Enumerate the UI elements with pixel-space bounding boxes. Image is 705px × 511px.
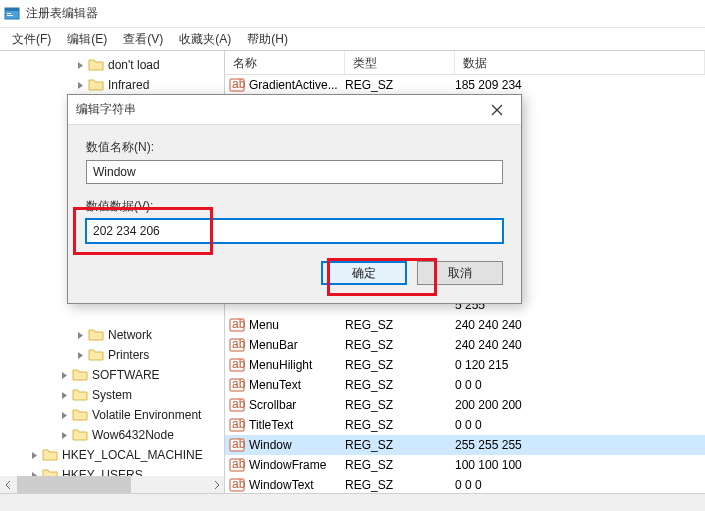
tree-label: Network: [108, 328, 152, 342]
expand-icon[interactable]: [28, 449, 40, 461]
value-data: 0 0 0: [455, 378, 482, 392]
ok-button-label: 确定: [352, 265, 376, 282]
value-name: TitleText: [249, 418, 293, 432]
cancel-button[interactable]: 取消: [417, 261, 503, 285]
expand-icon[interactable]: [58, 369, 70, 381]
expand-icon[interactable]: [58, 389, 70, 401]
scroll-track[interactable]: [17, 476, 207, 493]
tree-label: Volatile Environment: [92, 408, 201, 422]
svg-text:ab: ab: [232, 357, 245, 371]
value-data-field[interactable]: [86, 219, 503, 243]
value-name: MenuText: [249, 378, 301, 392]
tree-item[interactable]: Wow6432Node: [0, 425, 224, 445]
value-type: REG_SZ: [345, 418, 393, 432]
svg-text:ab: ab: [232, 377, 245, 391]
svg-rect-1: [5, 8, 19, 11]
cancel-button-label: 取消: [448, 265, 472, 282]
value-name-label: 数值名称(N):: [86, 139, 503, 156]
ok-button[interactable]: 确定: [321, 261, 407, 285]
svg-text:ab: ab: [232, 457, 245, 471]
value-data: 185 209 234: [455, 78, 522, 92]
menu-favorites[interactable]: 收藏夹(A): [171, 31, 239, 48]
value-name: Menu: [249, 318, 279, 332]
value-name: MenuBar: [249, 338, 298, 352]
value-name: GradientActive...: [249, 78, 338, 92]
menu-help[interactable]: 帮助(H): [239, 31, 296, 48]
menu-file[interactable]: 文件(F): [4, 31, 59, 48]
value-name: WindowText: [249, 478, 314, 492]
scroll-left-icon[interactable]: [0, 476, 17, 493]
list-row[interactable]: abWindowFrameREG_SZ100 100 100: [225, 455, 705, 475]
folder-icon: [72, 368, 88, 382]
svg-text:ab: ab: [232, 437, 245, 451]
folder-icon: [88, 328, 104, 342]
tree-item[interactable]: Network: [0, 325, 224, 345]
tree-item[interactable]: Infrared: [0, 75, 224, 95]
expand-icon[interactable]: [74, 329, 86, 341]
edit-string-dialog: 编辑字符串 数值名称(N): 数值数据(V): 确定 取消: [67, 94, 522, 304]
folder-icon: [42, 448, 58, 462]
scroll-right-icon[interactable]: [207, 476, 224, 493]
tree-hscroll[interactable]: [0, 476, 224, 493]
list-row[interactable]: abWindowTextREG_SZ0 0 0: [225, 475, 705, 493]
tree-item[interactable]: Volatile Environment: [0, 405, 224, 425]
tree-label: Printers: [108, 348, 149, 362]
value-data: 0 0 0: [455, 478, 482, 492]
folder-icon: [72, 428, 88, 442]
value-type: REG_SZ: [345, 398, 393, 412]
dialog-title: 编辑字符串: [76, 101, 136, 118]
value-name: MenuHilight: [249, 358, 312, 372]
list-row[interactable]: abTitleTextREG_SZ0 0 0: [225, 415, 705, 435]
list-row[interactable]: abWindowREG_SZ255 255 255: [225, 435, 705, 455]
tree-item[interactable]: HKEY_LOCAL_MACHINE: [0, 445, 224, 465]
tree-item[interactable]: SOFTWARE: [0, 365, 224, 385]
list-row[interactable]: abGradientActive...REG_SZ185 209 234: [225, 75, 705, 95]
expand-icon[interactable]: [74, 59, 86, 71]
expand-icon[interactable]: [74, 349, 86, 361]
window-title-bar: 注册表编辑器: [0, 0, 705, 28]
expand-icon[interactable]: [74, 79, 86, 91]
list-row[interactable]: abScrollbarREG_SZ200 200 200: [225, 395, 705, 415]
string-value-icon: ab: [229, 437, 245, 453]
value-type: REG_SZ: [345, 378, 393, 392]
tree-item[interactable]: don't load: [0, 55, 224, 75]
expand-icon[interactable]: [58, 409, 70, 421]
col-header-type[interactable]: 类型: [345, 51, 455, 74]
list-row[interactable]: abMenuTextREG_SZ0 0 0: [225, 375, 705, 395]
svg-text:ab: ab: [232, 77, 245, 91]
tree-item[interactable]: System: [0, 385, 224, 405]
folder-icon: [72, 388, 88, 402]
menu-edit[interactable]: 编辑(E): [59, 31, 115, 48]
string-value-icon: ab: [229, 317, 245, 333]
tree-label: HKEY_LOCAL_MACHINE: [62, 448, 203, 462]
svg-text:ab: ab: [232, 337, 245, 351]
list-row[interactable]: abMenuREG_SZ240 240 240: [225, 315, 705, 335]
svg-text:ab: ab: [232, 397, 245, 411]
value-name-field[interactable]: [86, 160, 503, 184]
scroll-thumb[interactable]: [17, 476, 131, 493]
menu-bar: 文件(F) 编辑(E) 查看(V) 收藏夹(A) 帮助(H): [0, 28, 705, 50]
menu-view[interactable]: 查看(V): [115, 31, 171, 48]
folder-icon: [88, 58, 104, 72]
folder-icon: [72, 408, 88, 422]
svg-text:ab: ab: [232, 317, 245, 331]
list-row[interactable]: abMenuBarREG_SZ240 240 240: [225, 335, 705, 355]
svg-rect-2: [7, 13, 11, 14]
value-name: WindowFrame: [249, 458, 326, 472]
col-header-data[interactable]: 数据: [455, 51, 705, 74]
tree-label: System: [92, 388, 132, 402]
value-type: REG_SZ: [345, 338, 393, 352]
expand-icon[interactable]: [58, 429, 70, 441]
close-icon[interactable]: [481, 98, 513, 122]
value-type: REG_SZ: [345, 318, 393, 332]
dialog-title-bar[interactable]: 编辑字符串: [68, 95, 521, 125]
list-row[interactable]: abMenuHilightREG_SZ0 120 215: [225, 355, 705, 375]
value-type: REG_SZ: [345, 478, 393, 492]
string-value-icon: ab: [229, 377, 245, 393]
tree-label: SOFTWARE: [92, 368, 160, 382]
svg-rect-3: [7, 15, 13, 16]
list-header: 名称 类型 数据: [225, 51, 705, 75]
col-header-name[interactable]: 名称: [225, 51, 345, 74]
tree-item[interactable]: Printers: [0, 345, 224, 365]
value-type: REG_SZ: [345, 438, 393, 452]
